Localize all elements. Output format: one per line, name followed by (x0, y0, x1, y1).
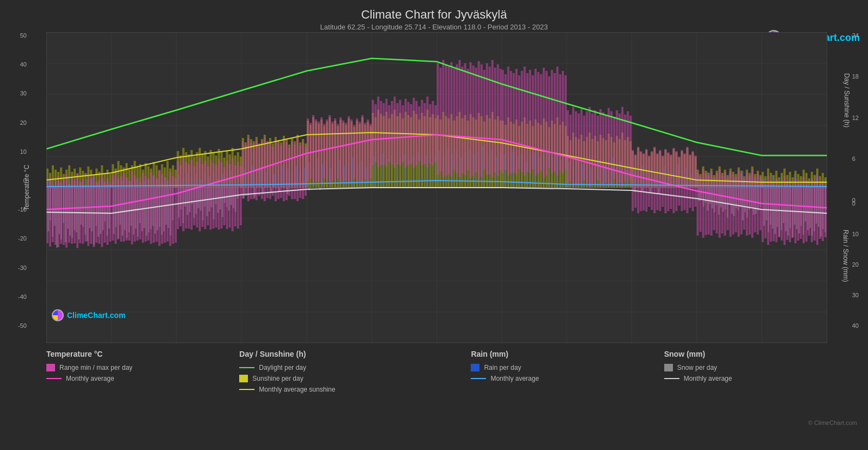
svg-rect-877 (675, 151, 677, 211)
svg-rect-792 (445, 64, 447, 176)
svg-rect-717 (242, 141, 244, 199)
svg-rect-815 (507, 67, 509, 176)
svg-rect-927 (811, 179, 813, 242)
legend-label-sunshine: Sunshine per day (252, 375, 303, 382)
svg-rect-910 (764, 184, 767, 238)
svg-rect-754 (342, 121, 344, 182)
svg-rect-931 (822, 181, 824, 241)
legend-label-snow: Snow per day (677, 364, 717, 371)
svg-rect-814 (505, 74, 507, 170)
svg-rect-691 (172, 176, 174, 244)
legend-col-snow: Snow (mm) Snow per day Monthly average ©… (664, 350, 857, 421)
svg-rect-904 (749, 176, 751, 235)
legend-label-snow-avg: Monthly average (684, 375, 732, 382)
svg-rect-697 (188, 164, 190, 229)
svg-rect-739 (302, 142, 304, 199)
svg-rect-787 (432, 101, 434, 165)
svg-rect-846 (591, 113, 593, 183)
svg-rect-820 (521, 71, 523, 172)
svg-rect-893 (719, 169, 721, 238)
legend-line-temp-avg (46, 378, 62, 379)
legend-line-rain-avg (471, 378, 486, 379)
legend-swatch-snow (664, 364, 673, 371)
svg-rect-909 (762, 179, 764, 242)
svg-rect-750 (331, 122, 333, 181)
svg-rect-855 (616, 110, 618, 185)
svg-rect-856 (618, 113, 621, 183)
svg-rect-885 (696, 172, 699, 236)
svg-rect-671 (117, 179, 119, 238)
svg-rect-780 (412, 98, 415, 167)
svg-rect-674 (125, 177, 128, 241)
svg-rect-718 (245, 146, 247, 196)
svg-rect-647 (52, 185, 54, 242)
svg-rect-863 (637, 147, 639, 213)
svg-rect-835 (562, 71, 564, 173)
svg-rect-924 (803, 177, 805, 243)
svg-rect-695 (183, 158, 185, 231)
svg-rect-677 (133, 175, 136, 242)
svg-rect-699 (193, 166, 196, 225)
svg-rect-708 (218, 159, 220, 230)
copyright: © ClimeChart.com (808, 419, 857, 426)
svg-rect-653 (68, 184, 70, 243)
svg-rect-829 (545, 71, 548, 175)
svg-rect-741 (307, 118, 309, 181)
svg-rect-788 (434, 105, 436, 162)
svg-rect-709 (221, 162, 223, 229)
svg-rect-862 (634, 154, 636, 208)
svg-rect-682 (147, 179, 149, 241)
svg-rect-932 (824, 185, 827, 237)
svg-rect-865 (642, 153, 645, 211)
svg-rect-900 (738, 170, 740, 237)
svg-rect-883 (691, 151, 694, 211)
svg-rect-861 (632, 150, 634, 211)
chart-area: 50 40 30 20 10 0 -10 -20 -30 -40 -50 24 … (46, 32, 827, 343)
svg-rect-887 (702, 169, 705, 238)
svg-rect-912 (770, 181, 772, 242)
svg-rect-745 (318, 122, 320, 182)
svg-rect-928 (814, 183, 816, 241)
legend-area: Temperature °C Range min / max per day M… (0, 343, 868, 425)
svg-rect-665 (101, 174, 103, 247)
svg-rect-801 (470, 62, 472, 178)
legend-line-snow-avg (664, 378, 679, 379)
legend-title-sunshine: Day / Sunshine (h) (239, 350, 471, 358)
y-label-right-bottom: Rain / Snow (mm) (842, 230, 849, 282)
svg-rect-732 (283, 139, 285, 201)
legend-label-temp-avg: Monthly average (66, 375, 114, 382)
svg-rect-764 (369, 124, 372, 178)
svg-rect-875 (670, 154, 672, 209)
svg-rect-837 (567, 110, 569, 185)
svg-rect-813 (502, 70, 504, 173)
svg-rect-882 (689, 154, 691, 208)
svg-rect-685 (155, 178, 157, 242)
svg-rect-786 (429, 104, 431, 163)
legend-label-sunshine-avg: Monthly average sunshine (259, 386, 335, 393)
legend-item-daylight: Daylight per day (239, 364, 471, 371)
svg-rect-794 (451, 62, 453, 177)
svg-rect-700 (196, 162, 198, 227)
y-label-left: Temperature °C (23, 165, 31, 211)
svg-rect-860 (629, 116, 632, 180)
svg-rect-876 (672, 148, 675, 213)
svg-rect-698 (191, 160, 193, 230)
svg-rect-848 (597, 116, 599, 180)
svg-rect-655 (74, 181, 76, 243)
legend-item-snow: Snow per day (664, 364, 857, 371)
svg-rect-692 (174, 178, 177, 243)
svg-rect-879 (681, 150, 683, 211)
svg-rect-664 (98, 181, 100, 244)
svg-rect-823 (529, 70, 531, 173)
svg-rect-834 (559, 74, 561, 171)
svg-rect-730 (277, 143, 280, 199)
logo-bottom-left: ClimeChart.com (52, 309, 125, 321)
svg-rect-880 (683, 153, 685, 210)
svg-rect-902 (743, 179, 745, 230)
svg-rect-874 (667, 152, 669, 211)
legend-item-rain: Rain per day (471, 364, 664, 371)
chart-subtitle: Latitude 62.25 - Longitude 25.714 - Elev… (0, 23, 868, 31)
svg-rect-892 (716, 173, 718, 233)
svg-rect-821 (524, 67, 526, 176)
svg-rect-658 (82, 178, 84, 244)
